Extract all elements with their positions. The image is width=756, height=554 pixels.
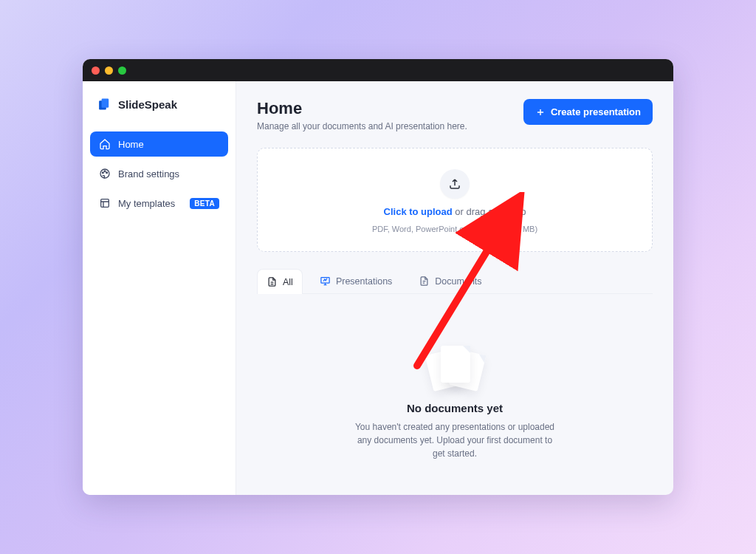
palette-icon: [99, 168, 111, 179]
document-icon: [267, 276, 278, 287]
app-body: SlideSpeak Home Brand settings My templa…: [83, 81, 673, 495]
window-close-icon[interactable]: [92, 66, 100, 75]
empty-docs-icon: [423, 346, 487, 393]
sidebar-item-label: Brand settings: [118, 168, 179, 179]
upload-icon-wrap: [440, 169, 470, 199]
tab-label: Presentations: [336, 276, 392, 287]
content-tabs: All Presentations Documents: [257, 268, 653, 294]
empty-subtitle: You haven't created any presentations or…: [351, 420, 558, 460]
svg-point-3: [102, 172, 103, 174]
tab-label: Documents: [435, 276, 481, 287]
app-window: SlideSpeak Home Brand settings My templa…: [83, 59, 673, 495]
brand-name: SlideSpeak: [118, 98, 177, 111]
sidebar-item-brand-settings[interactable]: Brand settings: [90, 161, 228, 186]
tab-all[interactable]: All: [257, 269, 303, 294]
brand-logo-icon: [96, 96, 112, 112]
tab-documents[interactable]: Documents: [409, 268, 491, 293]
upload-instruction: Click to upload or drag and drop: [384, 206, 526, 217]
window-zoom-icon[interactable]: [118, 66, 126, 75]
upload-hint: PDF, Word, PowerPoint or Excel (max 50 M…: [372, 225, 537, 233]
beta-badge: BETA: [190, 198, 219, 209]
templates-icon: [99, 197, 111, 209]
svg-rect-6: [101, 199, 109, 208]
upload-dropzone[interactable]: Click to upload or drag and drop PDF, Wo…: [257, 148, 653, 252]
create-presentation-button[interactable]: Create presentation: [523, 99, 653, 125]
create-presentation-label: Create presentation: [551, 106, 641, 117]
svg-rect-1: [102, 98, 109, 107]
plus-icon: [535, 107, 546, 117]
upload-instruction-rest: or drag and drop: [453, 206, 526, 217]
upload-icon: [448, 177, 461, 191]
presentation-icon: [320, 276, 331, 287]
sidebar: SlideSpeak Home Brand settings My templa…: [83, 81, 236, 495]
sidebar-nav: Home Brand settings My templates BETA: [90, 131, 228, 216]
sidebar-item-label: Home: [118, 139, 144, 150]
brand[interactable]: SlideSpeak: [90, 92, 228, 126]
home-icon: [99, 138, 111, 150]
tab-label: All: [283, 277, 293, 287]
page-title: Home: [257, 99, 467, 118]
page-subtitle: Manage all your documents and AI present…: [257, 121, 467, 131]
documents-icon: [419, 276, 430, 287]
empty-state: No documents yet You haven't created any…: [257, 346, 653, 460]
page-header: Home Manage all your documents and AI pr…: [257, 99, 653, 131]
empty-title: No documents yet: [407, 402, 503, 414]
main-content: Home Manage all your documents and AI pr…: [236, 81, 673, 495]
tab-presentations[interactable]: Presentations: [310, 268, 402, 293]
svg-point-5: [106, 172, 108, 174]
window-minimize-icon[interactable]: [105, 66, 113, 75]
sidebar-item-home[interactable]: Home: [90, 131, 228, 157]
sidebar-item-label: My templates: [118, 198, 175, 209]
sidebar-item-my-templates[interactable]: My templates BETA: [90, 191, 228, 216]
click-to-upload-link[interactable]: Click to upload: [384, 206, 453, 217]
svg-point-4: [104, 171, 106, 172]
titlebar: [83, 59, 673, 81]
